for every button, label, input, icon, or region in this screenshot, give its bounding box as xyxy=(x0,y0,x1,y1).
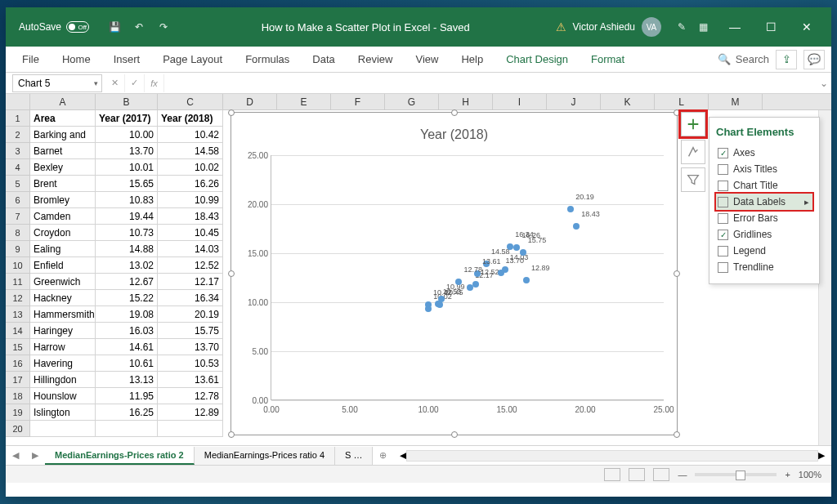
cell[interactable]: 10.73 xyxy=(96,225,158,241)
data-point[interactable] xyxy=(467,284,473,291)
cell[interactable]: 20.19 xyxy=(158,306,223,323)
cell[interactable]: 15.65 xyxy=(96,176,158,192)
cell[interactable]: Bexley xyxy=(30,159,96,176)
formula-input[interactable] xyxy=(164,74,817,92)
cell[interactable]: 10.99 xyxy=(158,192,223,208)
checkbox[interactable] xyxy=(718,164,728,175)
column-header[interactable]: B xyxy=(96,94,158,109)
data-label[interactable]: 13.70 xyxy=(506,256,525,265)
chart-element-trendline[interactable]: Trendline xyxy=(716,259,812,275)
data-label[interactable]: 15.75 xyxy=(528,236,547,244)
redo-icon[interactable]: ↷ xyxy=(156,20,171,34)
ribbon-tab-formulas[interactable]: Formulas xyxy=(235,48,299,70)
plot-area[interactable]: 0.005.0010.0015.0020.0025.000.005.0010.0… xyxy=(271,155,664,400)
data-label[interactable]: 20.19 xyxy=(575,193,594,201)
horizontal-scrollbar[interactable] xyxy=(406,450,818,462)
data-point[interactable] xyxy=(455,279,462,285)
chart-element-gridlines[interactable]: ✓Gridlines xyxy=(716,226,812,243)
cell[interactable]: 14.61 xyxy=(96,339,158,355)
column-header[interactable]: M xyxy=(709,94,763,109)
sheet-tab[interactable]: MedianEarnings-Prices ratio 4 xyxy=(195,447,335,465)
ribbon-tab-help[interactable]: Help xyxy=(451,48,493,70)
row-header[interactable]: 19 xyxy=(6,404,30,421)
cell[interactable]: 10.01 xyxy=(96,159,158,176)
data-label[interactable]: 10.53 xyxy=(443,288,462,296)
row-header[interactable]: 20 xyxy=(6,421,30,437)
cell[interactable]: 10.45 xyxy=(158,225,223,241)
checkbox[interactable] xyxy=(718,197,728,207)
chart-title[interactable]: Year (2018) xyxy=(231,113,677,150)
row-header[interactable]: 11 xyxy=(6,274,30,290)
ribbon-tab-file[interactable]: File xyxy=(12,48,49,70)
cell[interactable]: 10.02 xyxy=(158,159,223,176)
cell[interactable]: 14.58 xyxy=(158,143,223,159)
column-header[interactable]: E xyxy=(277,94,331,109)
zoom-out-icon[interactable]: — xyxy=(678,470,687,479)
zoom-slider[interactable] xyxy=(695,473,777,476)
cell[interactable] xyxy=(96,421,158,437)
row-header[interactable]: 18 xyxy=(6,388,30,404)
checkbox[interactable] xyxy=(718,262,728,273)
row-header[interactable]: 5 xyxy=(6,176,30,192)
name-box[interactable]: Chart 5 xyxy=(12,74,102,92)
cell[interactable]: 11.95 xyxy=(96,388,158,404)
chart-handle[interactable] xyxy=(674,109,680,116)
cell[interactable]: Area xyxy=(30,110,96,127)
sheet-tab[interactable]: S … xyxy=(335,447,373,465)
cell[interactable]: 13.13 xyxy=(96,372,158,388)
minimize-button[interactable]: — xyxy=(717,7,753,47)
cell[interactable]: 12.78 xyxy=(158,388,223,404)
chart-element-error-bars[interactable]: Error Bars xyxy=(716,210,812,226)
chart-handle[interactable] xyxy=(451,109,458,116)
embedded-chart[interactable]: Year (2018) 0.005.0010.0015.0020.0025.00… xyxy=(231,112,678,435)
row-header[interactable]: 2 xyxy=(6,127,30,143)
ribbon-tab-view[interactable]: View xyxy=(405,48,448,70)
cell[interactable]: 10.00 xyxy=(96,127,158,143)
zoom-in-icon[interactable]: + xyxy=(785,470,790,479)
data-point[interactable] xyxy=(435,301,441,307)
cell[interactable]: Year (2018) xyxy=(158,110,223,127)
column-header[interactable]: J xyxy=(547,94,601,109)
row-header[interactable]: 7 xyxy=(6,208,30,225)
checkbox[interactable]: ✓ xyxy=(718,148,728,158)
column-header[interactable]: I xyxy=(493,94,547,109)
row-header[interactable]: 6 xyxy=(6,192,30,208)
cell[interactable]: 12.67 xyxy=(96,274,158,290)
ribbon-display-icon[interactable]: ▦ xyxy=(696,20,710,34)
cell[interactable]: Haringey xyxy=(30,323,96,339)
data-label[interactable]: 18.43 xyxy=(581,210,600,218)
sheet-nav-prev-icon[interactable]: ◀ xyxy=(6,450,25,461)
autosave-toggle[interactable]: AutoSave Off xyxy=(19,21,89,33)
data-label[interactable]: 13.61 xyxy=(482,257,501,265)
cell[interactable]: 12.17 xyxy=(158,274,223,290)
cell[interactable]: 19.08 xyxy=(96,306,158,323)
search-box[interactable]: 🔍Search xyxy=(718,53,769,65)
cell[interactable]: Barking and xyxy=(30,127,96,143)
cell[interactable]: Barnet xyxy=(30,143,96,159)
checkbox[interactable] xyxy=(718,246,728,256)
chart-handle[interactable] xyxy=(228,270,235,277)
chart-element-axis-titles[interactable]: Axis Titles xyxy=(716,161,812,177)
cell[interactable]: Year (2017) xyxy=(96,110,158,127)
cell[interactable]: 16.26 xyxy=(158,176,223,192)
ribbon-tab-data[interactable]: Data xyxy=(302,48,344,70)
chart-element-data-labels[interactable]: Data Labels xyxy=(716,194,812,210)
formula-expand-icon[interactable]: ⌄ xyxy=(817,78,831,89)
formula-cancel-icon[interactable]: ✕ xyxy=(105,74,125,92)
username[interactable]: Victor Ashiedu xyxy=(573,21,636,33)
row-header[interactable]: 17 xyxy=(6,372,30,388)
cell[interactable]: Hackney xyxy=(30,290,96,306)
cell[interactable]: 13.61 xyxy=(158,372,223,388)
row-header[interactable]: 9 xyxy=(6,241,30,257)
row-header[interactable]: 14 xyxy=(6,323,30,339)
checkbox[interactable] xyxy=(718,181,728,191)
cell[interactable]: 14.03 xyxy=(158,241,223,257)
row-header[interactable]: 16 xyxy=(6,355,30,372)
page-break-view-icon[interactable] xyxy=(653,468,669,481)
ribbon-tab-chart-design[interactable]: Chart Design xyxy=(496,48,578,70)
cell[interactable]: Hounslow xyxy=(30,388,96,404)
sheet-tab[interactable]: MedianEarnings-Prices ratio 2 xyxy=(45,447,195,465)
cell[interactable]: Hammersmith xyxy=(30,306,96,323)
save-icon[interactable]: 💾 xyxy=(107,20,122,34)
cell[interactable]: 19.44 xyxy=(96,208,158,225)
